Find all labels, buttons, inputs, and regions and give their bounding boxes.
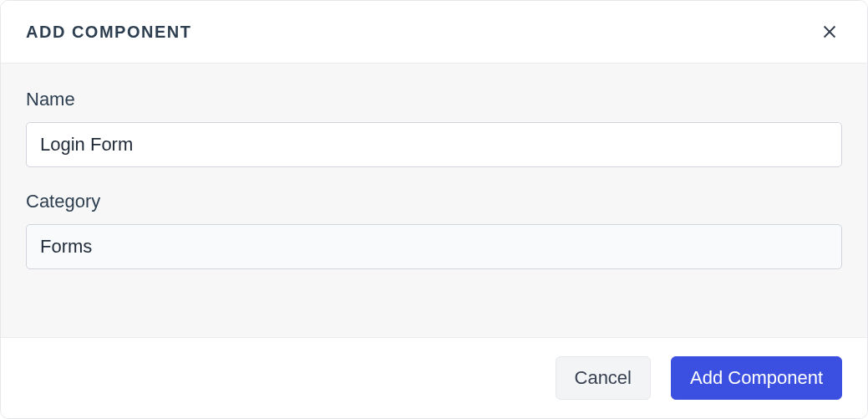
- cancel-button[interactable]: Cancel: [556, 356, 651, 400]
- category-label: Category: [26, 191, 842, 212]
- modal-header: ADD COMPONENT: [1, 1, 867, 63]
- category-select-wrapper: [26, 224, 842, 269]
- modal-title: ADD COMPONENT: [26, 23, 191, 42]
- category-field-group: Category: [26, 191, 842, 269]
- add-component-modal: ADD COMPONENT Name Category Cancel Add C…: [0, 0, 868, 419]
- name-input[interactable]: [26, 122, 842, 167]
- category-select[interactable]: [26, 224, 842, 269]
- modal-body: Name Category: [1, 63, 867, 338]
- close-icon: [820, 23, 839, 41]
- modal-footer: Cancel Add Component: [1, 338, 867, 418]
- close-button[interactable]: [817, 19, 842, 44]
- add-component-button[interactable]: Add Component: [671, 356, 842, 400]
- name-field-group: Name: [26, 89, 842, 167]
- name-label: Name: [26, 89, 842, 110]
